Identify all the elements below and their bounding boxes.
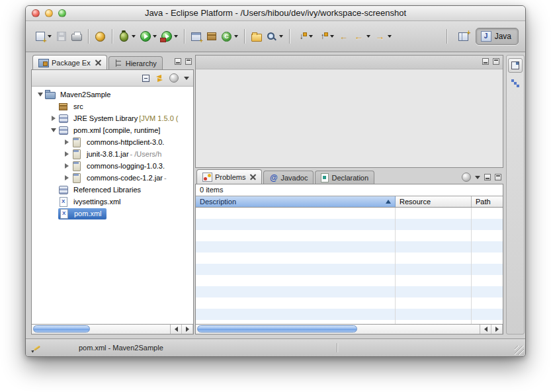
scroll-left-button[interactable] [480,325,491,334]
java-perspective-button[interactable]: Java [476,28,519,45]
editor-tab-area [196,56,503,69]
horizontal-scrollbar[interactable] [32,324,193,334]
tree-item-selected[interactable]: pom.xml [32,208,193,219]
minimize-view-button[interactable] [175,58,181,65]
tab-label: Javadoc [280,174,308,182]
dropdown-arrow-icon[interactable] [366,35,370,38]
tree-item[interactable]: commons-logging-1.0.3. [32,160,193,172]
minimize-editor-button[interactable] [482,58,489,65]
expander-closed-icon[interactable] [62,175,71,180]
column-header-path[interactable]: Path [472,196,503,207]
dropdown-arrow-icon[interactable] [309,35,313,38]
dropdown-arrow-icon[interactable] [132,35,136,38]
dropdown-arrow-icon[interactable] [388,35,392,38]
expander-closed-icon[interactable] [62,163,71,169]
tree-item[interactable]: Referenced Libraries [32,184,193,196]
previous-annotation-button[interactable] [315,27,336,46]
minimize-view-button[interactable] [484,174,491,180]
resize-grip[interactable] [515,346,524,355]
tab-hierarchy[interactable]: Hierarchy [108,56,163,69]
tab-package-explorer[interactable]: Package Ex [32,55,107,69]
new-wizard-button[interactable] [32,27,54,46]
dropdown-arrow-icon[interactable] [330,35,334,38]
expander-closed-icon[interactable] [62,151,71,157]
column-header-description[interactable]: Description [196,196,396,207]
last-edit-location-button[interactable] [336,27,351,46]
run-button[interactable] [138,27,159,46]
dropdown-arrow-icon[interactable] [234,35,238,38]
new-java-project-button[interactable] [189,27,204,46]
maximize-view-button[interactable] [185,58,192,65]
close-icon[interactable] [250,174,256,180]
filter-ball-icon[interactable] [462,173,471,182]
main-toolbar: Java [26,21,525,52]
tree-item[interactable]: Maven2Sample [32,89,193,100]
tab-declaration[interactable]: Declaration [315,171,374,184]
new-wizard-icon [36,32,45,41]
external-tools-button[interactable] [159,27,180,46]
tree-item[interactable]: pom.xml [compile, runtime] [32,124,193,136]
expander-closed-icon[interactable] [62,139,71,145]
globe-button[interactable] [93,27,108,46]
dropdown-arrow-icon[interactable] [279,35,283,38]
status-text: pom.xml - Maven2Sample [79,344,163,352]
tab-javadoc[interactable]: Javadoc [263,171,314,184]
horizontal-scrollbar[interactable] [196,324,503,334]
scroll-left-button[interactable] [171,325,182,334]
editor-area [195,55,503,168]
search-button[interactable] [264,27,285,46]
scroll-right-button[interactable] [182,325,193,334]
next-annotation-button[interactable] [294,27,315,46]
minimize-window-button[interactable] [45,9,53,17]
maximize-editor-button[interactable] [493,58,499,65]
dropdown-arrow-icon[interactable] [153,35,157,38]
pencil-icon[interactable] [32,343,42,352]
column-header-resource[interactable]: Resource [396,196,472,207]
open-perspective-button[interactable] [456,27,471,46]
close-window-button[interactable] [32,9,40,17]
link-with-editor-icon[interactable] [155,74,164,83]
close-icon[interactable] [95,59,101,65]
tree-item[interactable]: junit-3.8.1.jar - /Users/h [32,148,193,160]
dropdown-arrow-icon[interactable] [174,35,178,38]
tree-item[interactable]: commons-httpclient-3.0. [32,136,193,148]
expander-open-icon[interactable] [36,93,45,97]
outline-view-button[interactable] [509,77,522,90]
maximize-view-button[interactable] [495,174,501,180]
scrollbar-thumb[interactable] [33,325,90,333]
expander-open-icon[interactable] [49,128,58,132]
tree-item[interactable]: ivysettings.xml [32,196,193,208]
project-folder-icon [45,91,56,100]
tab-problems[interactable]: Problems [196,169,262,184]
toolbar-separator [184,29,185,44]
tree-item-label: src [72,102,85,110]
dropdown-arrow-icon[interactable] [48,35,52,38]
save-button[interactable] [54,27,69,46]
title-bar[interactable]: Java - Eclipse Platform - /Users/hibou/d… [26,6,525,21]
jar-icon [71,149,83,159]
view-menu-icon[interactable] [475,176,480,179]
zoom-window-button[interactable] [58,9,66,17]
perspective-bar: Java [443,27,519,46]
expander-closed-icon[interactable] [49,116,58,121]
menu-ball-icon[interactable] [169,73,179,83]
new-class-button[interactable] [219,27,240,46]
tree-item[interactable]: src [32,100,193,112]
scroll-right-button[interactable] [491,325,503,334]
tree-item[interactable]: JRE System Library [JVM 1.5.0 ( [32,112,193,124]
open-resource-button[interactable] [249,27,264,46]
open-perspective-icon [458,32,468,41]
new-package-button[interactable] [204,27,219,46]
debug-button[interactable] [116,27,138,46]
table-header: Description Resource Path [196,196,503,208]
tree-item[interactable]: commons-codec-1.2.jar - [32,172,193,184]
outline-icon [511,79,519,87]
scrollbar-thumb[interactable] [197,325,357,333]
restore-views-button[interactable] [508,58,523,73]
forward-button[interactable] [372,27,394,46]
print-button[interactable] [69,27,84,46]
back-button[interactable] [351,27,372,46]
collapse-all-icon[interactable] [142,74,150,83]
view-menu-icon[interactable] [184,77,189,80]
library-icon [58,185,69,195]
